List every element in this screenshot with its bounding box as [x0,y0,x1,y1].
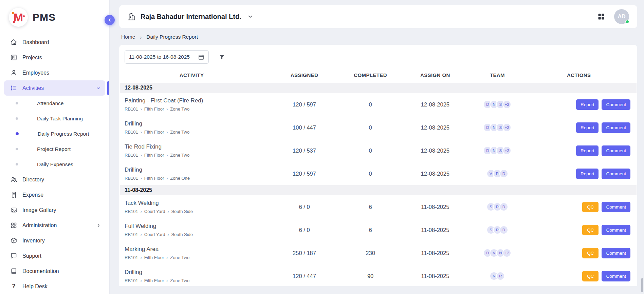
team-avatar[interactable]: D [499,202,508,211]
assigned-value: 120 / 597 [264,171,345,177]
completed-value: 0 [345,124,397,131]
column-team: TEAM [474,72,520,78]
sidebar-item-directory[interactable]: Directory [4,172,105,187]
date-group-header: 12-08-2025 [120,83,637,93]
activity-cell: Marking Area RB101› Fifth Floor› Zone Tw… [119,246,264,260]
sidebar-item-help-desk[interactable]: ? Help Desk [4,279,105,294]
qc-button[interactable]: QC [582,248,599,258]
people-icon [10,176,17,183]
sidebar-subitem-daily-expenses[interactable]: Daily Expenses [4,157,105,172]
report-button[interactable]: Report [576,99,599,110]
sidebar-item-documentation[interactable]: Documentation [4,263,105,279]
column-actions: ACTIONS [521,72,637,78]
group-date: 12-08-2025 [125,85,152,91]
logo-m-icon: M [9,8,28,27]
sidebar-item-label: Dashboard [22,39,49,45]
activity-path: RB101› Court Yard› South Side [125,232,264,237]
chevron-right-icon: › [141,107,142,112]
comment-button[interactable]: Comment [602,145,630,156]
completed-value: 6 [345,227,397,233]
report-button[interactable]: Report [576,122,599,133]
sidebar-item-inventory[interactable]: Inventory [4,233,105,248]
sidebar-item-expense[interactable]: Expense [4,187,105,202]
filter-funnel-icon[interactable] [218,54,225,61]
team-avatar[interactable]: D [499,169,508,178]
sidebar-item-projects[interactable]: Projects [4,50,105,65]
assigned-value: 250 / 187 [264,250,345,256]
activity-cell: Drilling RB101› Fifth Floor› Zone One [119,166,264,181]
row-actions: QC Comment [521,202,637,212]
chevron-down-icon [247,14,253,20]
person-icon [10,69,17,76]
path-zone: South Side [171,232,193,237]
company-selector[interactable]: Raja Bahadur International Ltd. [127,12,253,21]
sidebar-subitem-daily-task-planning[interactable]: Daily Task Planning [4,111,105,126]
completed-value: 6 [345,204,397,210]
comment-button[interactable]: Comment [602,99,630,110]
activity-cell: Drilling RB101› Fifth Floor› Zone Two [119,269,264,283]
sidebar-subitem-label: Daily Progress Report [38,131,89,137]
team-extra-chip[interactable]: +2 [502,146,511,155]
main-content: Raja Bahadur International Ltd. AD Home … [110,0,644,294]
activity-title: Full Welding [125,223,264,230]
vertical-scrollbar[interactable] [641,278,643,292]
path-project: RB101 [125,278,138,283]
team-extra-chip[interactable]: +2 [502,100,511,109]
table-row: Drilling RB101› Fifth Floor› Zone Two 12… [119,264,637,286]
qc-button[interactable]: QC [582,202,599,212]
team-avatars: S R D [474,202,520,211]
chevron-right-icon: › [166,153,168,158]
chevron-right-icon: › [166,176,168,181]
qc-button[interactable]: QC [582,225,599,235]
sidebar-item-employees[interactable]: Employees [4,65,105,80]
column-assigned: ASSIGNED [264,72,345,78]
chevron-right-icon: › [166,130,168,135]
team-extra-chip[interactable]: +2 [502,249,511,257]
activity-title: Marking Area [125,246,264,253]
qc-button[interactable]: QC [582,271,599,281]
table-row: Painting - First Coat (Fire Red) RB101› … [119,93,637,116]
sidebar: M PMS Dashboard Projects Employees Activ… [0,0,110,294]
breadcrumb-home[interactable]: Home [121,34,135,40]
sidebar-item-activities[interactable]: Activities [4,80,105,96]
path-floor: Court Yard [144,209,165,214]
topbar-actions: AD [597,9,629,24]
projects-icon [10,54,17,61]
breadcrumb-current: Daily Progress Report [146,34,198,40]
comment-button[interactable]: Comment [602,248,630,258]
column-completed: COMPLETED [345,72,397,78]
logo-dot [12,12,14,14]
assigned-value: 6 / 0 [264,227,345,233]
report-button[interactable]: Report [576,169,599,179]
sidebar-item-label: Directory [22,177,44,183]
team-avatars: V R D [474,169,520,178]
assign-on-value: 12-08-2025 [396,101,474,108]
sidebar-subitem-project-report[interactable]: Project Report [4,141,105,157]
chevron-right-icon: › [141,209,142,214]
team-avatar[interactable]: D [499,226,508,234]
team-avatars: N R [474,272,520,280]
chat-icon [10,252,17,259]
user-avatar[interactable]: AD [614,9,629,24]
sidebar-collapse-button[interactable] [105,15,115,25]
sidebar-subitem-daily-progress-report[interactable]: Daily Progress Report [4,126,105,141]
sidebar-item-dashboard[interactable]: Dashboard [4,35,105,50]
assign-on-value: 11-08-2025 [396,204,474,210]
team-extra-chip[interactable]: +2 [502,123,511,132]
sidebar-item-image-gallery[interactable]: Image Gallary [4,202,105,218]
sidebar-subitem-attendance[interactable]: Attendance [4,96,105,111]
completed-value: 0 [345,101,397,108]
comment-button[interactable]: Comment [602,225,630,235]
report-button[interactable]: Report [576,145,599,156]
comment-button[interactable]: Comment [602,202,630,212]
comment-button[interactable]: Comment [602,122,630,133]
comment-button[interactable]: Comment [602,271,630,281]
sidebar-item-support[interactable]: Support [4,248,105,263]
sidebar-item-administration[interactable]: Administration [4,218,105,233]
sidebar-item-label: Projects [22,55,42,61]
team-avatar[interactable]: R [496,272,505,280]
apps-grid-icon[interactable] [597,13,605,21]
date-range-picker[interactable]: 11-08-2025 to 16-08-2025 [125,50,209,64]
comment-button[interactable]: Comment [602,169,630,179]
row-actions: Report Comment [521,122,637,133]
